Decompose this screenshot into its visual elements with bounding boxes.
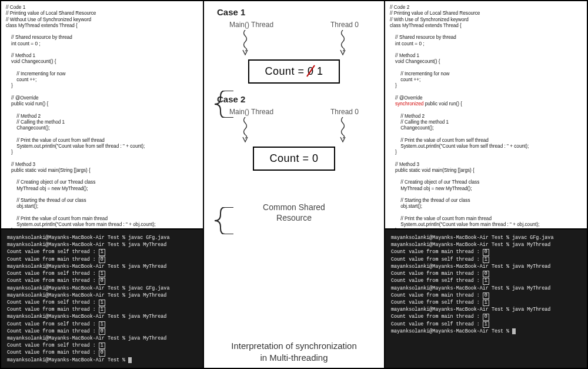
main-thread-label: Main() Thread <box>229 108 273 116</box>
wavy-arrow-icon <box>339 30 347 57</box>
count-one: 1 <box>314 65 323 77</box>
terminal-right: mayanksolanki@Mayanks-MacBook-Air Test %… <box>385 230 587 368</box>
case1-thread-labels: Main() Thread Thread 0 <box>229 21 359 29</box>
right-column: // Code 2 // Printing value of Local Sha… <box>384 1 587 368</box>
code-1-block: // Code 1 // Printing value of Local Sha… <box>1 1 203 230</box>
common-shared-resource-label: Common SharedResource <box>263 202 325 223</box>
case2-thread-labels: Main() Thread Thread 0 <box>229 108 359 116</box>
count-eq-text: Count = <box>265 65 308 77</box>
terminal-left: mayanksolanki@Mayanks-MacBook-Air Test %… <box>1 230 203 368</box>
wavy-arrow-icon <box>241 30 249 57</box>
synchronized-keyword: synchronized <box>395 101 423 107</box>
case1-arrows <box>241 30 347 57</box>
thread0-label: Thread 0 <box>330 21 359 29</box>
bracket-case2-icon <box>209 207 233 234</box>
interpretation-caption: Interpretation of synchronizationin Mult… <box>231 340 356 363</box>
bracket-case1-icon <box>209 91 233 118</box>
left-column: // Code 1 // Printing value of Local Sha… <box>1 1 204 368</box>
count-box-case2: Count = 0 <box>253 147 335 171</box>
main-thread-label: Main() Thread <box>229 21 273 29</box>
case2-arrows <box>241 117 347 144</box>
middle-column: Case 1 Main() Thread Thread 0 Count = 0 … <box>204 1 384 368</box>
case-1-label: Case 1 <box>217 7 245 17</box>
count-box-case1: Count = 0 1 <box>248 59 339 84</box>
wavy-arrow-icon <box>241 117 249 144</box>
code-2-block: // Code 2 // Printing value of Local Sha… <box>385 1 587 230</box>
struck-zero: 0 <box>308 65 314 78</box>
wavy-arrow-icon <box>339 117 347 144</box>
thread0-label: Thread 0 <box>330 108 359 116</box>
diagram-frame: // Code 1 // Printing value of Local Sha… <box>0 0 588 369</box>
